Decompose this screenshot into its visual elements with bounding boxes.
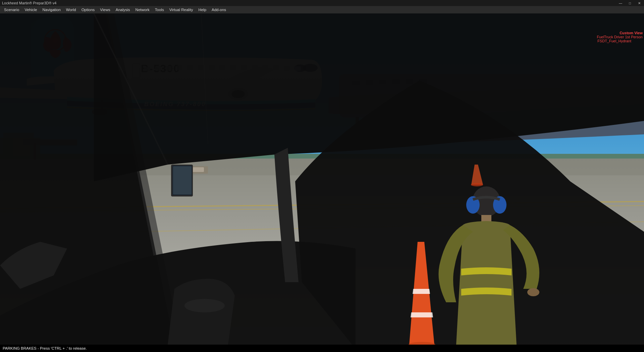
maximize-button[interactable]: □ <box>625 0 635 6</box>
menu-item-world[interactable]: World <box>63 7 79 12</box>
status-bar: PARKING BRAKES - Press 'CTRL + .' to rel… <box>0 345 644 352</box>
close-button[interactable]: ✕ <box>635 0 644 6</box>
menu-bar: ScenarioVehicleNavigationWorldOptionsVie… <box>0 6 644 13</box>
simulation-viewport: B-5300 BOEING 737-800 <box>0 13 644 352</box>
menu-item-options[interactable]: Options <box>79 7 98 12</box>
menu-item-network[interactable]: Network <box>133 7 152 12</box>
scene-container: B-5300 BOEING 737-800 <box>0 13 644 345</box>
menu-item-navigation[interactable]: Navigation <box>40 7 63 12</box>
minimize-button[interactable]: — <box>616 0 625 6</box>
custom-view-panel: Custom View FuelTruck Driver 1st Person … <box>597 31 643 43</box>
custom-view-line1: FuelTruck Driver 1st Person <box>597 35 643 39</box>
scene-svg: B-5300 BOEING 737-800 <box>0 13 644 345</box>
status-bar-text: PARKING BRAKES - Press 'CTRL + .' to rel… <box>3 346 87 350</box>
custom-view-label: Custom View <box>597 31 643 35</box>
svg-point-56 <box>184 299 225 312</box>
svg-point-66 <box>471 183 483 186</box>
svg-point-65 <box>527 288 539 296</box>
menu-item-virtual-reality[interactable]: Virtual Reality <box>167 7 196 12</box>
menu-item-tools[interactable]: Tools <box>152 7 167 12</box>
menu-item-add-ons[interactable]: Add-ons <box>209 7 229 12</box>
window-controls: — □ ✕ <box>616 0 644 6</box>
menu-item-analysis[interactable]: Analysis <box>113 7 133 12</box>
menu-item-help[interactable]: Help <box>196 7 209 12</box>
title-bar: Lockheed Martin® Prepar3D® v4 — □ ✕ <box>0 0 644 6</box>
window-title: Lockheed Martin® Prepar3D® v4 <box>0 1 56 5</box>
svg-rect-59 <box>173 166 192 194</box>
menu-item-vehicle[interactable]: Vehicle <box>22 7 40 12</box>
menu-item-scenario[interactable]: Scenario <box>1 7 22 12</box>
custom-view-line2: FSDT_Fuel_Hydrant <box>597 39 643 43</box>
menu-item-views[interactable]: Views <box>97 7 113 12</box>
